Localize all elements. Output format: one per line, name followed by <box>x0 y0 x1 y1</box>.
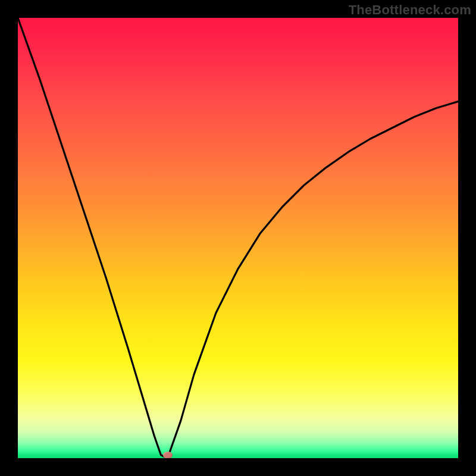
minimum-marker <box>163 452 173 458</box>
plot-area <box>18 18 458 458</box>
chart-frame: TheBottleneck.com <box>0 0 476 476</box>
watermark-text: TheBottleneck.com <box>349 2 471 18</box>
curve-svg <box>18 18 458 458</box>
bottleneck-curve-path <box>18 18 458 458</box>
